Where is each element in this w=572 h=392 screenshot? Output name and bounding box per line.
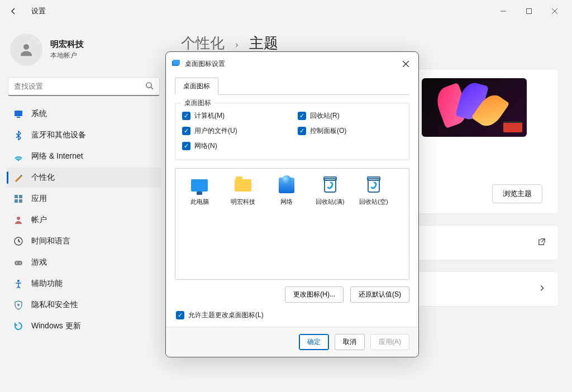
group-title: 桌面图标 (181, 98, 214, 108)
desktop-icon-0[interactable]: 此电脑 (179, 174, 220, 208)
sidebar-item-label: 时间和语言 (31, 236, 70, 246)
dialog-close-button[interactable] (398, 56, 413, 71)
svg-rect-12 (15, 261, 22, 265)
time-icon (13, 236, 23, 246)
minimize-button[interactable] (490, 2, 516, 20)
sidebar-item-label: 帐户 (31, 215, 47, 225)
checkbox-icon: ✓ (182, 112, 190, 120)
checkbox-0[interactable]: ✓计算机(M) (182, 111, 287, 121)
sidebar-item-label: 蓝牙和其他设备 (31, 130, 86, 140)
tab-desktop-icons[interactable]: 桌面图标 (175, 78, 218, 95)
nav-list: 系统蓝牙和其他设备网络 & Internet个性化应用帐户时间和语言游戏辅助功能… (7, 104, 161, 336)
svg-point-15 (17, 280, 20, 282)
checkbox-icon: ✓ (176, 311, 184, 319)
close-button[interactable] (542, 2, 568, 20)
checkbox-4[interactable]: ✓网络(N) (182, 141, 287, 151)
desktop-icon-4[interactable]: 回收站(空) (353, 174, 394, 208)
svg-point-5 (18, 160, 20, 161)
sidebar-item-time[interactable]: 时间和语言 (7, 231, 161, 251)
breadcrumb-current: 主题 (249, 35, 278, 51)
checkbox-label: 控制面板(O) (310, 126, 346, 136)
maximize-button[interactable] (516, 2, 542, 20)
theme-thumbnail[interactable] (422, 78, 527, 137)
search-input[interactable] (14, 82, 145, 90)
sidebar-item-network[interactable]: 网络 & Internet (7, 146, 161, 166)
sidebar-item-personalization[interactable]: 个性化 (7, 168, 161, 188)
desktop-icon-3[interactable]: 回收站(满) (309, 174, 351, 208)
avatar (10, 34, 42, 66)
checkbox-2[interactable]: ✓用户的文件(U) (182, 126, 287, 136)
desktop-icon-2[interactable]: 网络 (266, 174, 307, 208)
svg-rect-6 (15, 195, 18, 198)
checkbox-icon: ✓ (182, 142, 190, 150)
sidebar-item-apps[interactable]: 应用 (7, 189, 161, 209)
icon-preview-list[interactable]: 此电脑明宏科技网络回收站(满)回收站(空) (175, 168, 409, 280)
accessibility-icon (13, 279, 23, 289)
gaming-icon (13, 257, 23, 267)
checkbox-label: 计算机(M) (194, 111, 225, 121)
chevron-right-icon: › (235, 38, 239, 50)
checkbox-icon: ✓ (298, 127, 306, 135)
apply-button[interactable]: 应用(A) (370, 334, 409, 350)
network-icon (13, 151, 23, 161)
profile-block[interactable]: 明宏科技 本地帐户 (7, 29, 161, 76)
search-icon (145, 82, 154, 92)
globe-icon (277, 176, 297, 194)
sidebar-item-accounts[interactable]: 帐户 (7, 210, 161, 230)
svg-point-2 (146, 82, 151, 87)
svg-rect-19 (173, 60, 180, 65)
restore-defaults-button[interactable]: 还原默认值(S) (350, 286, 409, 303)
checkbox-icon: ✓ (298, 112, 306, 120)
desktop-icon-label: 明宏科技 (231, 198, 255, 206)
sidebar-item-bluetooth[interactable]: 蓝牙和其他设备 (7, 125, 161, 145)
sidebar-item-privacy[interactable]: 隐私和安全性 (7, 295, 161, 315)
sidebar-item-accessibility[interactable]: 辅助功能 (7, 274, 161, 294)
desktop-icons-group: 桌面图标 ✓计算机(M)✓回收站(R)✓用户的文件(U)✓控制面板(O)✓网络(… (175, 103, 409, 160)
search-box[interactable] (8, 77, 160, 96)
dialog-footer: 确定 取消 应用(A) (166, 327, 418, 357)
desktop-icon-1[interactable]: 明宏科技 (222, 174, 264, 208)
checkbox-1[interactable]: ✓回收站(R) (298, 111, 402, 121)
bluetooth-icon (13, 130, 23, 140)
change-icon-button[interactable]: 更改图标(H)... (285, 286, 344, 303)
accounts-icon (13, 215, 23, 225)
cancel-button[interactable]: 取消 (335, 334, 365, 350)
desktop-icon-label: 回收站(空) (359, 198, 388, 206)
desktop-icon-label: 回收站(满) (316, 198, 344, 206)
back-button[interactable] (4, 2, 22, 20)
chevron-right-icon (538, 284, 546, 294)
allow-themes-label: 允许主题更改桌面图标(L) (188, 310, 264, 320)
title-bar: 设置 (0, 0, 572, 22)
sidebar-item-label: 隐私和安全性 (31, 300, 78, 310)
browse-themes-button[interactable]: 浏览主题 (492, 184, 542, 203)
external-link-icon (538, 238, 546, 247)
ok-button[interactable]: 确定 (299, 334, 329, 350)
sidebar-item-label: 个性化 (31, 173, 55, 183)
sidebar-item-gaming[interactable]: 游戏 (7, 252, 161, 273)
checkbox-icon: ✓ (182, 127, 190, 135)
sidebar-item-update[interactable]: Windows 更新 (7, 316, 161, 336)
svg-rect-8 (15, 199, 18, 203)
sidebar-item-label: 应用 (31, 194, 47, 204)
sidebar-item-system[interactable]: 系统 (7, 104, 161, 124)
desktop-icon-label: 网络 (280, 198, 293, 206)
sidebar: 明宏科技 本地帐户 系统蓝牙和其他设备网络 & Internet个性化应用帐户时… (0, 22, 168, 392)
window-title: 设置 (31, 6, 46, 16)
checkbox-3[interactable]: ✓控制面板(O) (298, 126, 402, 136)
apps-icon (13, 194, 23, 204)
svg-point-16 (17, 304, 20, 306)
desktop-icon-label: 此电脑 (190, 198, 209, 206)
breadcrumb-parent[interactable]: 个性化 (181, 35, 225, 51)
desktop-icon-settings-dialog: 桌面图标设置 桌面图标 桌面图标 ✓计算机(M)✓回收站(R)✓用户的文件(U)… (165, 51, 419, 357)
allow-themes-checkbox[interactable]: ✓ 允许主题更改桌面图标(L) (176, 310, 409, 320)
checkbox-label: 网络(N) (194, 141, 217, 151)
binfull-icon (320, 176, 340, 194)
svg-rect-0 (527, 9, 532, 14)
dialog-icon (171, 59, 180, 68)
bin-icon (364, 176, 384, 194)
folder-icon (233, 176, 253, 194)
personalization-icon (13, 173, 23, 183)
privacy-icon (13, 300, 23, 310)
svg-point-14 (20, 262, 21, 264)
sidebar-item-label: 辅助功能 (31, 279, 63, 289)
